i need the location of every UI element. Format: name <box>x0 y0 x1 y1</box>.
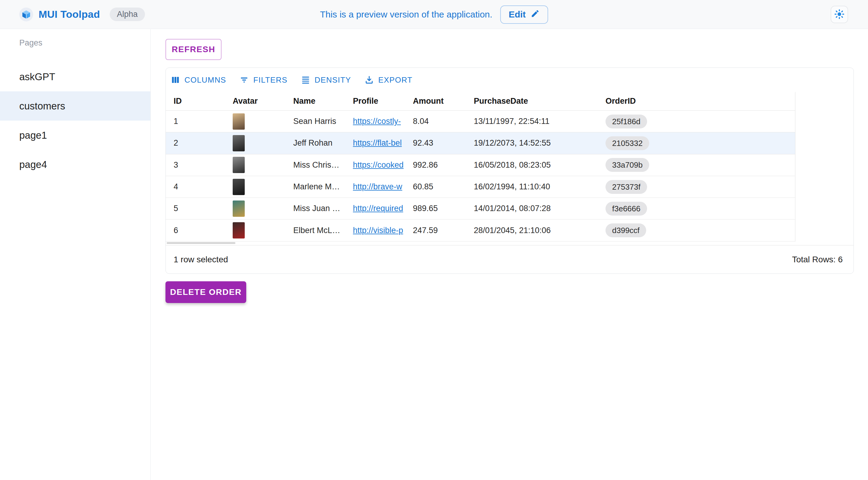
table-row[interactable]: 3Miss Chris…https://cooked992.8616/05/20… <box>166 154 795 176</box>
sidebar-item-page1[interactable]: page1 <box>0 121 150 150</box>
toolpad-logo-icon <box>19 7 33 22</box>
cell-amount: 992.86 <box>405 160 466 170</box>
cell-name: Miss Juan … <box>285 204 345 213</box>
column-header-profile[interactable]: Profile <box>345 96 405 106</box>
cell-purchase-date: 16/05/2018, 08:23:05 <box>466 160 598 170</box>
sidebar-item-askGPT[interactable]: askGPT <box>0 62 150 91</box>
cell-amount: 60.85 <box>405 182 466 191</box>
cell-purchase-date: 16/02/1994, 11:10:40 <box>466 182 598 191</box>
grid-header-row: IDAvatarNameProfileAmountPurchaseDateOrd… <box>166 92 795 111</box>
column-header-avatar[interactable]: Avatar <box>225 96 285 106</box>
grid-rows: 1Sean Harrishttps://costly-8.0413/11/199… <box>166 111 795 241</box>
cell-name: Sean Harris <box>285 117 345 126</box>
cell-id: 2 <box>166 139 225 148</box>
page-nav: askGPTcustomerspage1page4 <box>0 62 150 179</box>
filter-icon <box>239 75 249 85</box>
horizontal-scrollbar <box>166 241 854 245</box>
cell-id: 1 <box>166 117 225 126</box>
sidebar-item-label: page4 <box>19 159 47 170</box>
cell-avatar <box>225 113 285 130</box>
cell-purchase-date: 14/01/2014, 08:07:28 <box>466 204 598 213</box>
sidebar-item-customers[interactable]: customers <box>0 91 150 121</box>
column-header-name[interactable]: Name <box>285 96 345 106</box>
refresh-button[interactable]: REFRESH <box>165 39 221 60</box>
toolbar-button-label: EXPORT <box>378 76 412 85</box>
total-rows-label: Total Rows: 6 <box>792 255 843 264</box>
cell-purchase-date: 13/11/1997, 22:54:11 <box>466 117 598 126</box>
cell-order-id: 25f186d <box>598 115 795 128</box>
cell-name: Miss Chris… <box>285 160 345 170</box>
sidebar-section-label: Pages <box>19 38 150 48</box>
cell-amount: 92.43 <box>405 139 466 148</box>
horizontal-scrollbar-thumb[interactable] <box>167 242 236 244</box>
export-icon <box>364 75 374 85</box>
toolbar-button-label: DENSITY <box>315 76 351 85</box>
edit-button-label: Edit <box>509 9 526 20</box>
order-id-chip: f3e6666 <box>606 202 647 216</box>
cell-order-id: d399ccf <box>598 223 795 237</box>
cell-id: 4 <box>166 182 225 191</box>
cell-name: Marlene M… <box>285 182 345 191</box>
grid-body: IDAvatarNameProfileAmountPurchaseDateOrd… <box>166 92 795 241</box>
data-grid-panel: COLUMNSFILTERSDENSITYEXPORT IDAvatarName… <box>165 67 854 274</box>
order-id-chip: 275373f <box>606 180 647 194</box>
toolbar-button-label: COLUMNS <box>184 76 226 85</box>
selection-status: 1 row selected <box>174 255 228 264</box>
cell-avatar <box>225 222 285 239</box>
column-header-purchasedate[interactable]: PurchaseDate <box>466 96 598 106</box>
cell-purchase-date: 19/12/2073, 14:52:55 <box>466 139 598 148</box>
cell-amount: 247.59 <box>405 226 466 235</box>
cell-avatar <box>225 201 285 217</box>
cell-order-id: 275373f <box>598 180 795 194</box>
cell-name: Elbert McL… <box>285 226 345 235</box>
cell-avatar <box>225 135 285 151</box>
cell-amount: 989.65 <box>405 204 466 213</box>
table-row[interactable]: 1Sean Harrishttps://costly-8.0413/11/199… <box>166 111 795 132</box>
cell-profile: https://flat-bel <box>345 139 405 148</box>
table-row[interactable]: 6Elbert McL…http://visible-p247.5928/01/… <box>166 219 795 241</box>
order-id-chip: 2105332 <box>606 136 649 150</box>
profile-link[interactable]: https://flat-bel <box>353 139 405 148</box>
avatar-image <box>233 201 245 217</box>
edit-button[interactable]: Edit <box>500 5 548 24</box>
sun-icon <box>834 9 845 21</box>
grid-toolbar: COLUMNSFILTERSDENSITYEXPORT <box>166 68 854 92</box>
profile-link[interactable]: https://costly- <box>353 117 405 126</box>
main-content: REFRESH COLUMNSFILTERSDENSITYEXPORT IDAv… <box>151 29 868 480</box>
profile-link[interactable]: http://visible-p <box>353 226 405 235</box>
density-icon <box>301 75 310 85</box>
cell-id: 5 <box>166 204 225 213</box>
avatar-image <box>233 157 245 173</box>
filters-button[interactable]: FILTERS <box>239 75 287 85</box>
theme-toggle-button[interactable] <box>831 6 848 23</box>
table-row[interactable]: 5Miss Juan …http://required989.6514/01/2… <box>166 198 795 219</box>
sidebar: Pages askGPTcustomerspage1page4 <box>0 29 151 480</box>
columns-button[interactable]: COLUMNS <box>170 75 226 85</box>
delete-order-button[interactable]: DELETE ORDER <box>165 281 246 303</box>
table-row[interactable]: 2Jeff Rohanhttps://flat-bel92.4319/12/20… <box>166 132 795 154</box>
cell-amount: 8.04 <box>405 117 466 126</box>
sidebar-item-label: page1 <box>19 130 47 141</box>
sidebar-item-label: askGPT <box>19 71 55 83</box>
order-id-chip: 33a709b <box>606 158 649 172</box>
cell-order-id: f3e6666 <box>598 202 795 216</box>
profile-link[interactable]: http://required <box>353 204 405 213</box>
sidebar-item-page4[interactable]: page4 <box>0 150 150 179</box>
table-row[interactable]: 4Marlene M…http://brave-w60.8516/02/1994… <box>166 176 795 198</box>
alpha-badge: Alpha <box>110 7 145 21</box>
profile-link[interactable]: http://brave-w <box>353 182 405 191</box>
export-button[interactable]: EXPORT <box>364 75 412 85</box>
avatar-image <box>233 179 245 195</box>
profile-link[interactable]: https://cooked <box>353 160 405 170</box>
column-header-id[interactable]: ID <box>166 96 225 106</box>
columns-icon <box>170 75 180 85</box>
cell-avatar <box>225 179 285 195</box>
avatar-image <box>233 135 245 151</box>
grid-footer: 1 row selected Total Rows: 6 <box>166 245 854 274</box>
cell-profile: http://required <box>345 204 405 213</box>
density-button[interactable]: DENSITY <box>301 75 351 85</box>
cell-avatar <box>225 157 285 173</box>
cell-order-id: 2105332 <box>598 136 795 150</box>
column-header-orderid[interactable]: OrderID <box>598 96 795 106</box>
column-header-amount[interactable]: Amount <box>405 96 466 106</box>
